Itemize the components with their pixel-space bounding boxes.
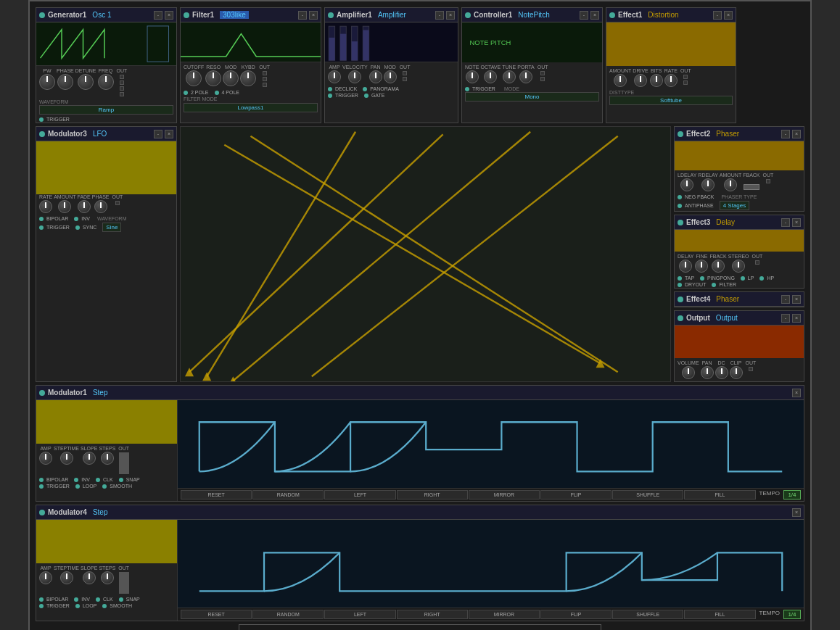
- mod1-left-btn[interactable]: LEFT: [324, 490, 395, 500]
- mod3-trigger-led[interactable]: [39, 225, 44, 230]
- ldelay-knob[interactable]: [680, 178, 693, 191]
- mod1-snap-led[interactable]: [119, 478, 123, 482]
- eff3-led[interactable]: [678, 220, 683, 225]
- generator1-waveform-value[interactable]: Ramp: [39, 105, 173, 115]
- dc-knob[interactable]: [715, 366, 728, 379]
- phase-knob[interactable]: [57, 74, 73, 90]
- mod1-reset-btn[interactable]: RESET: [181, 490, 252, 500]
- amp-trigger-led[interactable]: [328, 94, 332, 98]
- amp1-led[interactable]: [328, 12, 334, 18]
- amp1-minimize[interactable]: -: [435, 11, 444, 20]
- delay-knob[interactable]: [679, 260, 692, 273]
- neg-fback-led[interactable]: [678, 195, 682, 199]
- mod1-mirror-btn[interactable]: MIRROR: [469, 490, 540, 500]
- mod4-inv-led[interactable]: [74, 597, 78, 602]
- phaser-type-value[interactable]: 4 Stages: [720, 201, 750, 210]
- mod3-bipolar-led[interactable]: [39, 217, 44, 221]
- fine-knob[interactable]: [695, 260, 708, 273]
- mod4-loop-led[interactable]: [75, 604, 80, 608]
- mod1-shuffle-btn[interactable]: SHUFFLE: [612, 490, 683, 500]
- ctrl1-trigger-led[interactable]: [465, 87, 469, 91]
- mod4-fill-btn[interactable]: FILL: [684, 610, 755, 619]
- mod4-clk-led[interactable]: [96, 597, 100, 602]
- lfo-phase-knob[interactable]: [94, 200, 107, 213]
- mod4-reset-btn[interactable]: RESET: [181, 610, 252, 619]
- bits-knob[interactable]: [650, 74, 663, 87]
- mod4-right-btn[interactable]: RIGHT: [397, 610, 468, 619]
- eff2-amount-knob[interactable]: [724, 178, 737, 191]
- rate-knob[interactable]: [664, 74, 678, 87]
- hp-led[interactable]: [759, 276, 764, 281]
- generator1-led[interactable]: [39, 12, 45, 18]
- note-knob[interactable]: [466, 70, 479, 83]
- eff2-led[interactable]: [678, 131, 683, 137]
- ctrl1-led[interactable]: [465, 12, 471, 18]
- mod4-slope-knob[interactable]: [83, 571, 96, 584]
- gen1-close[interactable]: ×: [165, 11, 173, 20]
- detune-knob[interactable]: [78, 74, 94, 90]
- declick-led[interactable]: [328, 87, 332, 91]
- output-close[interactable]: ×: [792, 314, 801, 323]
- mod1-smooth-led[interactable]: [102, 484, 107, 489]
- eff3-minimize[interactable]: -: [781, 218, 790, 227]
- filter-led[interactable]: [712, 283, 716, 287]
- mod1-trigger-led[interactable]: [39, 484, 44, 489]
- dryout-led[interactable]: [678, 283, 682, 287]
- mod1-led[interactable]: [39, 390, 45, 396]
- drive-knob[interactable]: [634, 74, 647, 87]
- tune-knob[interactable]: [503, 70, 516, 83]
- eff3-close[interactable]: ×: [792, 218, 801, 227]
- output-led[interactable]: [678, 315, 683, 321]
- porta-knob[interactable]: [519, 70, 532, 83]
- cutoff-knob[interactable]: [186, 70, 202, 86]
- gen1-minimize[interactable]: -: [154, 11, 162, 20]
- amp-mod-knob[interactable]: [384, 70, 397, 83]
- mod4-left-btn[interactable]: LEFT: [324, 610, 395, 619]
- gate-led[interactable]: [364, 94, 368, 98]
- mod1-random-btn[interactable]: RANDOM: [252, 490, 324, 500]
- mod1-clk-led[interactable]: [96, 478, 100, 482]
- steps-knob[interactable]: [101, 452, 114, 465]
- eff1-close[interactable]: ×: [724, 11, 733, 20]
- ctrl1-minimize[interactable]: -: [580, 11, 588, 20]
- mod4-out-slider[interactable]: [119, 572, 129, 594]
- mod1-flip-btn[interactable]: FLIP: [540, 490, 612, 500]
- mod4-led[interactable]: [39, 510, 45, 515]
- mod3-sync-led[interactable]: [75, 225, 80, 230]
- pingpong-led[interactable]: [700, 276, 704, 281]
- eff4-led[interactable]: [678, 297, 683, 302]
- filter1-led[interactable]: [184, 12, 189, 18]
- eff4-minimize[interactable]: -: [781, 295, 790, 304]
- tap-led[interactable]: [678, 276, 682, 281]
- steptime-knob[interactable]: [60, 452, 73, 465]
- mod4-steptime-knob[interactable]: [60, 571, 73, 584]
- mod4-flip-btn[interactable]: FLIP: [540, 610, 612, 619]
- mod1-loop-led[interactable]: [75, 484, 80, 489]
- mod3-led[interactable]: [39, 131, 45, 137]
- mod4-random-btn[interactable]: RANDOM: [252, 610, 324, 619]
- mod4-tempo-value[interactable]: 1/4: [783, 610, 801, 619]
- antiphase-led[interactable]: [678, 204, 682, 208]
- mod1-close[interactable]: ×: [792, 389, 801, 397]
- lfo-rate-knob[interactable]: [39, 200, 52, 213]
- mod1-amp-knob[interactable]: [39, 452, 52, 465]
- mod1-tempo-value[interactable]: 1/4: [783, 490, 801, 500]
- mod4-bipolar-led[interactable]: [39, 597, 44, 602]
- gen1-trigger-led[interactable]: [39, 117, 44, 122]
- mod4-shuffle-btn[interactable]: SHUFFLE: [612, 610, 683, 619]
- fback-slider[interactable]: [744, 184, 759, 190]
- mod3-inv-led[interactable]: [74, 217, 78, 221]
- lfo-amount-knob[interactable]: [58, 200, 71, 213]
- filter-mod-knob[interactable]: [223, 70, 239, 86]
- mod4-smooth-led[interactable]: [102, 604, 107, 608]
- amount-knob[interactable]: [614, 74, 627, 87]
- ctrl1-mode-value[interactable]: Mono: [465, 92, 599, 101]
- filter-4pole-led[interactable]: [215, 91, 219, 95]
- mod4-mirror-btn[interactable]: MIRROR: [469, 610, 540, 619]
- mod4-close[interactable]: ×: [792, 508, 801, 517]
- amp1-close[interactable]: ×: [446, 11, 455, 20]
- clip-knob[interactable]: [730, 366, 743, 379]
- eff4-close[interactable]: ×: [792, 295, 801, 304]
- mod1-fill-btn[interactable]: FILL: [684, 490, 755, 500]
- eff2-minimize[interactable]: -: [781, 130, 790, 138]
